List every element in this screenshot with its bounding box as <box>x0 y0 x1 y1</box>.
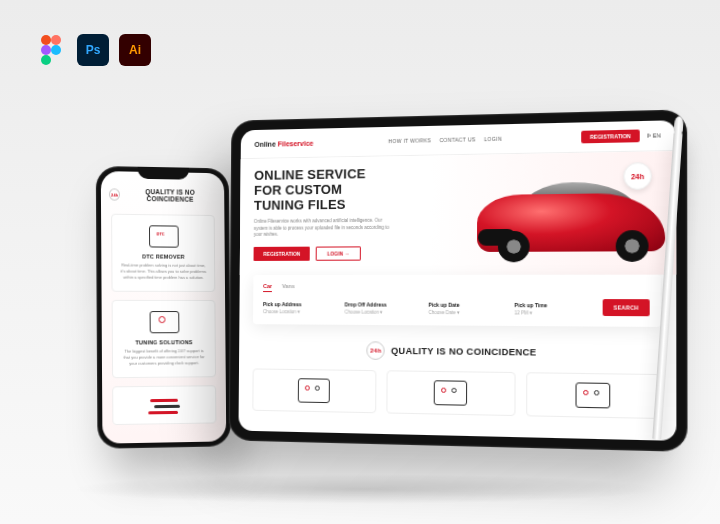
phone-feature-card-3 <box>112 385 216 425</box>
language-selector[interactable]: 🏳 EN <box>646 132 661 139</box>
tab-vans[interactable]: Vans <box>282 283 295 292</box>
main-nav: HOW IT WORKS CONTACT US LOGIN <box>388 136 502 145</box>
nav-login[interactable]: LOGIN <box>484 136 502 143</box>
phone-card2-title: TUNING SOLUTIONS <box>121 339 207 345</box>
pickup-date-field[interactable]: Pick up Date Choose Date ▾ <box>428 302 503 316</box>
24h-badge-icon: 24h <box>367 341 385 360</box>
24h-badge-icon: 24h <box>109 188 121 200</box>
brand-word-2: Fileservice <box>278 139 314 147</box>
quality-title: QUALITY IS NO COINCIDENCE <box>391 346 536 358</box>
phone-device: 24h QUALITY IS NO COINCIDENCE DTC DTC RE… <box>96 166 231 449</box>
ground-shadow <box>70 474 660 504</box>
hero-car-image: 24h <box>472 158 665 265</box>
phone-quality-heading: 24h QUALITY IS NO COINCIDENCE <box>109 187 217 203</box>
tablet-device: Online Fileservice HOW IT WORKS CONTACT … <box>229 109 688 452</box>
photoshop-icon: Ps <box>77 34 109 66</box>
brand-logo[interactable]: Online Fileservice <box>254 139 313 147</box>
feature-icon <box>575 382 610 408</box>
phone-card1-title: DTC REMOVER <box>120 253 206 260</box>
feature-card[interactable] <box>386 370 515 416</box>
tab-car[interactable]: Car <box>263 283 272 292</box>
feature-cards-row <box>239 358 677 419</box>
phone-feature-card-tuning: TUNING SOLUTIONS The biggest benefit of … <box>112 300 216 378</box>
hero-description: Online Fileservice works with advanced a… <box>254 217 394 239</box>
figma-icon <box>35 34 67 66</box>
hero-registration-button[interactable]: REGISTRATION <box>254 247 311 261</box>
nav-contact[interactable]: CONTACT US <box>439 136 475 143</box>
hero-section: ONLINE SERVICE FOR CUSTOM TUNING FILES O… <box>240 151 676 275</box>
feature-card[interactable] <box>526 372 661 419</box>
phone-card1-desc: Real-time problem solving is not just ab… <box>120 262 206 281</box>
brand-word-1: Online <box>254 140 275 147</box>
dtc-icon: DTC <box>148 225 178 247</box>
search-panel: Car Vans Pick up Address Choose Location… <box>253 275 661 327</box>
phone-feature-card-dtc: DTC DTC REMOVER Real-time problem solvin… <box>111 214 215 292</box>
stripes-icon <box>148 397 182 420</box>
registration-button[interactable]: REGISTRATION <box>581 130 639 144</box>
tablet-screen: Online Fileservice HOW IT WORKS CONTACT … <box>238 120 676 441</box>
illustrator-icon: Ai <box>119 34 151 66</box>
nav-how-it-works[interactable]: HOW IT WORKS <box>388 137 431 144</box>
search-button[interactable]: SEARCH <box>603 299 650 316</box>
phone-screen: 24h QUALITY IS NO COINCIDENCE DTC DTC RE… <box>101 171 226 444</box>
design-tool-icons: Ps Ai <box>35 34 151 66</box>
24h-badge-icon: 24h <box>623 162 651 190</box>
hero-login-button[interactable]: LOGIN → <box>316 246 360 260</box>
phone-quality-title: QUALITY IS NO COINCIDENCE <box>123 188 216 203</box>
feature-icon <box>434 380 467 405</box>
tuning-icon <box>149 311 179 333</box>
dropoff-address-field[interactable]: Drop Off Address Choose Location ▾ <box>345 301 419 315</box>
phone-notch <box>137 167 188 180</box>
feature-card[interactable] <box>252 368 376 413</box>
pickup-time-field[interactable]: Pick up Time 12 PM ▾ <box>514 302 591 316</box>
feature-icon <box>298 378 330 403</box>
phone-card2-desc: The biggest benefit of offering 24/7 sup… <box>121 348 207 367</box>
pickup-address-field[interactable]: Pick up Address Choose Location ▾ <box>263 301 335 314</box>
